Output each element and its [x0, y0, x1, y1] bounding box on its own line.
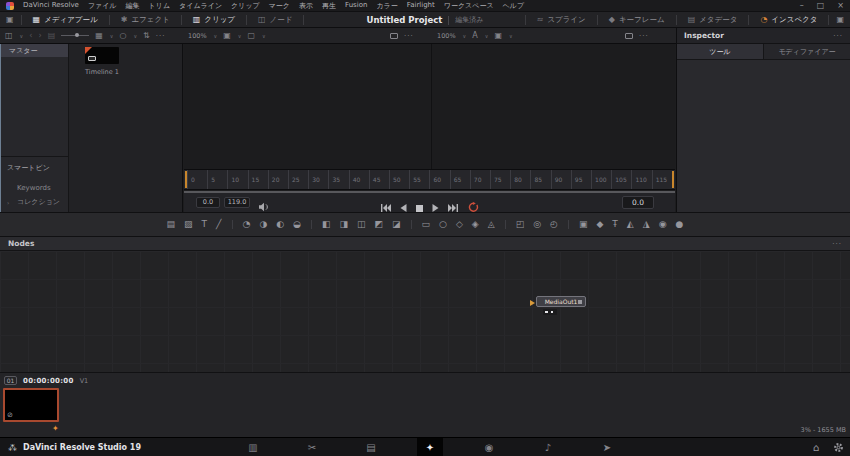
- page-button[interactable]: ♪: [535, 438, 561, 456]
- left-panel-toggle-icon[interactable]: ▣: [6, 15, 14, 24]
- menu-item[interactable]: 編集: [126, 1, 140, 11]
- page-button[interactable]: ◉: [476, 438, 502, 456]
- more-options-icon[interactable]: ···: [156, 32, 166, 40]
- smart-bin-item[interactable]: › コレクション: [1, 195, 68, 209]
- timeline-thumbnail[interactable]: [85, 47, 119, 64]
- fusion-tool-icon[interactable]: ◭: [627, 220, 634, 229]
- fusion-tool-icon[interactable]: ◨: [339, 220, 348, 229]
- menu-item[interactable]: 表示: [299, 1, 313, 11]
- timeline-ruler[interactable]: 0510152025303540455055606570758085909510…: [184, 169, 675, 190]
- page-button[interactable]: ✦: [417, 438, 443, 456]
- right-panel-toggle-icon[interactable]: ▣: [836, 15, 844, 24]
- viewer-channel-icon[interactable]: A: [472, 31, 477, 40]
- media-pool-content[interactable]: Timeline 1: [70, 44, 182, 212]
- fusion-tool-icon[interactable]: ◈: [472, 220, 479, 229]
- slider-knob[interactable]: [75, 33, 79, 37]
- menu-item[interactable]: Fairlight: [407, 1, 435, 11]
- page-button[interactable]: ➤: [594, 438, 620, 456]
- grid-view-icon[interactable]: ▦: [95, 31, 103, 40]
- fusion-tool-icon[interactable]: ◔: [243, 220, 251, 229]
- fusion-tool-icon[interactable]: ○: [439, 220, 447, 229]
- menu-item[interactable]: マーク: [269, 1, 290, 11]
- bin-item-master[interactable]: マスター: [1, 44, 68, 57]
- fusion-tool-icon[interactable]: ◆: [596, 220, 603, 229]
- fusion-tool-icon[interactable]: ◒: [293, 220, 301, 229]
- fusion-tool-icon[interactable]: ▨: [184, 220, 193, 229]
- viewer-assign-dots[interactable]: [543, 309, 557, 315]
- fusion-tool-icon[interactable]: ◩: [375, 220, 384, 229]
- menu-item[interactable]: ファイル: [88, 1, 117, 11]
- fusion-tool-icon[interactable]: ◉: [659, 220, 667, 229]
- range-end-marker[interactable]: [672, 171, 674, 188]
- forward-icon[interactable]: ›: [38, 31, 41, 40]
- expand-viewer-icon[interactable]: [625, 33, 633, 39]
- inspector-tab[interactable]: モディファイアー: [764, 44, 850, 59]
- current-time-field[interactable]: 0.0: [622, 196, 654, 209]
- fusion-tool-icon[interactable]: ◇: [456, 220, 463, 229]
- toolbar-button[interactable]: ◫ ノード: [254, 15, 296, 25]
- settings-gear-icon[interactable]: [833, 438, 844, 456]
- fusion-tool-icon[interactable]: ◴: [550, 220, 558, 229]
- maximize-button[interactable]: □: [817, 1, 825, 10]
- viewer-zoom-level[interactable]: 100%: [188, 32, 207, 40]
- bin-panel-toggle-icon[interactable]: ◫: [5, 31, 13, 40]
- toolbar-button[interactable]: ▤ メタデータ: [684, 15, 742, 25]
- fusion-tool-icon[interactable]: ╱: [216, 220, 221, 229]
- viewer-overlay-icon[interactable]: ▢: [248, 31, 256, 40]
- smart-bin-item[interactable]: Keywords: [1, 181, 68, 195]
- fusion-tool-icon[interactable]: ◫: [357, 220, 366, 229]
- more-options-icon[interactable]: ···: [404, 32, 414, 40]
- node-output-icon[interactable]: [578, 300, 582, 304]
- bin-up-icon[interactable]: ▤: [48, 31, 56, 40]
- media-out-node[interactable]: MediaOut1: [536, 296, 586, 307]
- toolbar-button[interactable]: ◔ インスペクタ: [756, 15, 821, 25]
- menu-item[interactable]: ヘルプ: [503, 1, 525, 11]
- page-button[interactable]: ✂: [299, 438, 325, 456]
- search-icon[interactable]: ○: [119, 31, 126, 40]
- fusion-tool-icon[interactable]: ▤: [167, 220, 176, 229]
- more-options-icon[interactable]: ···: [639, 32, 649, 40]
- fusion-tool-icon[interactable]: ◎: [533, 220, 541, 229]
- fusion-tool-icon[interactable]: ●: [676, 220, 684, 229]
- fusion-tool-icon[interactable]: ◰: [516, 220, 525, 229]
- toolbar-button[interactable]: ✱ エフェクト: [117, 15, 174, 25]
- fusion-tool-icon[interactable]: ◬: [488, 220, 495, 229]
- inspector-tab[interactable]: ツール: [677, 44, 764, 59]
- fusion-tool-icon[interactable]: ▭: [422, 220, 431, 229]
- node-input-icon[interactable]: [530, 300, 535, 306]
- more-options-icon[interactable]: ···: [832, 240, 842, 248]
- toolbar-button[interactable]: ◆ キーフレーム: [605, 15, 669, 25]
- fusion-tool-icon[interactable]: ◑: [259, 220, 267, 229]
- fusion-tool-icon[interactable]: T: [202, 220, 208, 229]
- viewer-overlay-icon[interactable]: ▣: [494, 31, 502, 40]
- timeline-scrollbar[interactable]: [184, 191, 675, 193]
- current-clip-thumbnail[interactable]: ⊘: [3, 388, 59, 422]
- minimize-button[interactable]: –: [800, 1, 804, 10]
- range-start-marker[interactable]: [185, 171, 187, 188]
- menu-item[interactable]: トリム: [149, 1, 171, 11]
- menu-item[interactable]: ワークスペース: [444, 1, 494, 11]
- menu-item[interactable]: タイムライン: [179, 1, 222, 11]
- fusion-tool-icon[interactable]: ◪: [392, 220, 401, 229]
- fusion-tool-icon[interactable]: ◐: [276, 220, 284, 229]
- timeline-clip-card[interactable]: Timeline 1: [85, 47, 119, 76]
- fusion-tool-icon[interactable]: Ŧ: [612, 220, 618, 229]
- viewer-mode-icon[interactable]: ▣: [223, 31, 231, 40]
- toolbar-button[interactable]: ▥ クリップ: [189, 15, 239, 25]
- sort-icon[interactable]: ⇅: [143, 31, 150, 40]
- more-options-icon[interactable]: ···: [833, 32, 843, 40]
- fusion-tool-icon[interactable]: ▣: [579, 220, 588, 229]
- menu-item[interactable]: DaVinci Resolve: [23, 1, 79, 11]
- toolbar-button[interactable]: ≈ スプライン: [533, 15, 590, 25]
- viewer-zoom-level[interactable]: 100%: [437, 32, 456, 40]
- menu-item[interactable]: 再生: [322, 1, 336, 11]
- node-graph[interactable]: MediaOut1: [0, 251, 850, 372]
- home-icon[interactable]: ⌂: [813, 442, 819, 453]
- menu-item[interactable]: カラー: [376, 1, 397, 11]
- page-button[interactable]: ▥: [240, 438, 266, 456]
- fusion-tool-icon[interactable]: ◧: [322, 220, 331, 229]
- fusion-tool-icon[interactable]: ◮: [643, 220, 650, 229]
- page-button[interactable]: ▤: [358, 438, 384, 456]
- viewer-left[interactable]: [184, 44, 430, 169]
- menu-item[interactable]: クリップ: [231, 1, 260, 11]
